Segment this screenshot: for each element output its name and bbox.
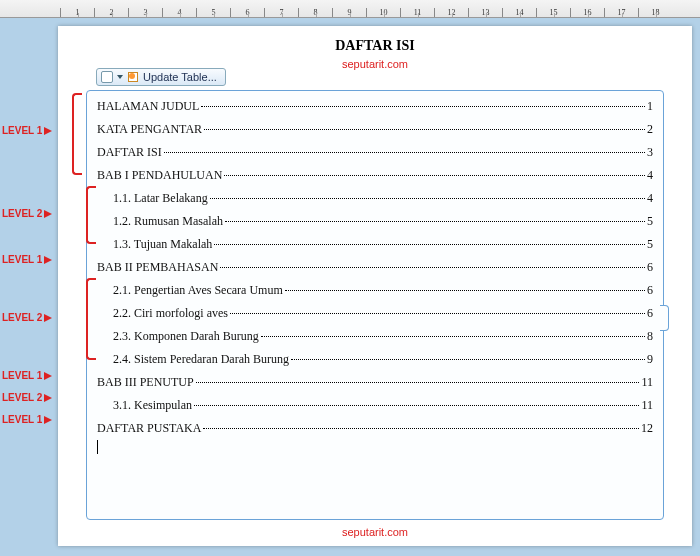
toc-entry[interactable]: 2.2. Ciri morfologi aves6 bbox=[97, 306, 653, 321]
toc-entry-page: 6 bbox=[647, 283, 653, 298]
toc-entry-label: 2.4. Sistem Peredaran Darah Burung bbox=[113, 352, 289, 367]
toc-entry[interactable]: HALAMAN JUDUL1 bbox=[97, 99, 653, 114]
toc-entry-label: BAB III PENUTUP bbox=[97, 375, 194, 390]
ruler-mark: 4 bbox=[162, 8, 196, 17]
text-cursor bbox=[97, 440, 98, 454]
ruler-mark: 18 bbox=[638, 8, 672, 17]
toc-entry-label: BAB II PEMBAHASAN bbox=[97, 260, 218, 275]
document-page[interactable]: DAFTAR ISI seputarit.com Update Table...… bbox=[58, 26, 692, 546]
level2-label: LEVEL 2 bbox=[2, 392, 52, 403]
level2-bracket bbox=[86, 186, 96, 244]
toc-leader-dots bbox=[201, 106, 645, 107]
toc-container[interactable]: HALAMAN JUDUL1KATA PENGANTAR2DAFTAR ISI3… bbox=[86, 90, 664, 520]
toc-leader-dots bbox=[164, 152, 645, 153]
toc-entry-page: 1 bbox=[647, 99, 653, 114]
toc-entry[interactable]: 1.2. Rumusan Masalah5 bbox=[97, 214, 653, 229]
level2-bracket bbox=[86, 278, 96, 360]
toc-leader-dots bbox=[214, 244, 645, 245]
toc-leader-dots bbox=[285, 290, 645, 291]
arrow-right-icon bbox=[44, 210, 52, 218]
toc-entry-label: 2.3. Komponen Darah Burung bbox=[113, 329, 259, 344]
level1-label: LEVEL 1 bbox=[2, 370, 52, 381]
ruler-mark: 15 bbox=[536, 8, 570, 17]
toc-entry-page: 8 bbox=[647, 329, 653, 344]
toc-leader-dots bbox=[210, 198, 645, 199]
toc-entry-label: 3.1. Kesimpulan bbox=[113, 398, 192, 413]
toc-leader-dots bbox=[291, 359, 645, 360]
toc-entry[interactable]: DAFTAR ISI3 bbox=[97, 145, 653, 160]
ruler-mark: 2 bbox=[94, 8, 128, 17]
dropdown-icon bbox=[117, 75, 123, 79]
update-table-button[interactable]: Update Table... bbox=[96, 68, 226, 86]
arrow-right-icon bbox=[44, 394, 52, 402]
watermark-bottom: seputarit.com bbox=[86, 526, 664, 538]
toc-entry[interactable]: 3.1. Kesimpulan11 bbox=[97, 398, 653, 413]
toc-leader-dots bbox=[230, 313, 645, 314]
toc-leader-dots bbox=[196, 382, 640, 383]
toc-leader-dots bbox=[220, 267, 645, 268]
toc-entry-page: 4 bbox=[647, 191, 653, 206]
ruler-mark: 17 bbox=[604, 8, 638, 17]
update-table-label: Update Table... bbox=[143, 71, 217, 83]
page-icon bbox=[101, 71, 113, 83]
toc-entry-label: DAFTAR ISI bbox=[97, 145, 162, 160]
toc-entry-page: 5 bbox=[647, 214, 653, 229]
arrow-right-icon bbox=[44, 314, 52, 322]
toc-leader-dots bbox=[224, 175, 645, 176]
arrow-right-icon bbox=[44, 256, 52, 264]
ruler-mark: 13 bbox=[468, 8, 502, 17]
toc-entry[interactable]: 1.1. Latar Belakang4 bbox=[97, 191, 653, 206]
level1-label: LEVEL 1 bbox=[2, 125, 52, 136]
toc-entry-label: 1.2. Rumusan Masalah bbox=[113, 214, 223, 229]
ruler-mark: 5 bbox=[196, 8, 230, 17]
toc-leader-dots bbox=[194, 405, 639, 406]
toc-leader-dots bbox=[225, 221, 645, 222]
toc-entry-page: 9 bbox=[647, 352, 653, 367]
toc-entry-label: BAB I PENDAHULUAN bbox=[97, 168, 222, 183]
ruler-mark: 10 bbox=[366, 8, 400, 17]
ruler-mark: 8 bbox=[298, 8, 332, 17]
ruler-mark: 9 bbox=[332, 8, 366, 17]
toc-entry-label: 2.1. Pengertian Aves Secara Umum bbox=[113, 283, 283, 298]
toc-entry[interactable]: KATA PENGANTAR2 bbox=[97, 122, 653, 137]
toc-entry[interactable]: BAB II PEMBAHASAN6 bbox=[97, 260, 653, 275]
toc-entry-page: 11 bbox=[641, 375, 653, 390]
ruler-mark: 11 bbox=[400, 8, 434, 17]
toc-leader-dots bbox=[204, 129, 645, 130]
toc-entry[interactable]: 1.3. Tujuan Makalah5 bbox=[97, 237, 653, 252]
ruler-mark: 1 bbox=[60, 8, 94, 17]
level1-label: LEVEL 1 bbox=[2, 254, 52, 265]
toc-entry[interactable]: BAB III PENUTUP11 bbox=[97, 375, 653, 390]
toc-entry[interactable]: DAFTAR PUSTAKA12 bbox=[97, 421, 653, 436]
arrow-right-icon bbox=[44, 372, 52, 380]
toc-entry-label: 1.1. Latar Belakang bbox=[113, 191, 208, 206]
ruler-mark: 7 bbox=[264, 8, 298, 17]
toc-entry[interactable]: BAB I PENDAHULUAN4 bbox=[97, 168, 653, 183]
toc-entry-label: 1.3. Tujuan Makalah bbox=[113, 237, 212, 252]
toc-entry[interactable]: 2.3. Komponen Darah Burung8 bbox=[97, 329, 653, 344]
toc-entry-page: 11 bbox=[641, 398, 653, 413]
toc-entry-page: 6 bbox=[647, 306, 653, 321]
level2-label: LEVEL 2 bbox=[2, 208, 52, 219]
toc-leader-dots bbox=[203, 428, 639, 429]
toc-list: HALAMAN JUDUL1KATA PENGANTAR2DAFTAR ISI3… bbox=[97, 99, 653, 436]
toc-entry-page: 2 bbox=[647, 122, 653, 137]
level1-bracket bbox=[72, 93, 82, 175]
toc-leader-dots bbox=[261, 336, 645, 337]
toc-entry-page: 5 bbox=[647, 237, 653, 252]
toc-entry[interactable]: 2.4. Sistem Peredaran Darah Burung9 bbox=[97, 352, 653, 367]
toc-entry-label: KATA PENGANTAR bbox=[97, 122, 202, 137]
level2-label: LEVEL 2 bbox=[2, 312, 52, 323]
toc-entry-page: 4 bbox=[647, 168, 653, 183]
ruler-mark: 6 bbox=[230, 8, 264, 17]
horizontal-ruler[interactable]: 1 2 3 4 5 6 7 8 9 10 11 12 13 14 15 16 1… bbox=[0, 0, 700, 18]
ruler-mark: 3 bbox=[128, 8, 162, 17]
ruler-mark: 14 bbox=[502, 8, 536, 17]
toc-entry-page: 3 bbox=[647, 145, 653, 160]
arrow-right-icon bbox=[44, 127, 52, 135]
toc-entry-label: DAFTAR PUSTAKA bbox=[97, 421, 201, 436]
refresh-icon bbox=[127, 71, 139, 83]
page-title: DAFTAR ISI bbox=[86, 38, 664, 54]
toc-entry[interactable]: 2.1. Pengertian Aves Secara Umum6 bbox=[97, 283, 653, 298]
level1-label: LEVEL 1 bbox=[2, 414, 52, 425]
